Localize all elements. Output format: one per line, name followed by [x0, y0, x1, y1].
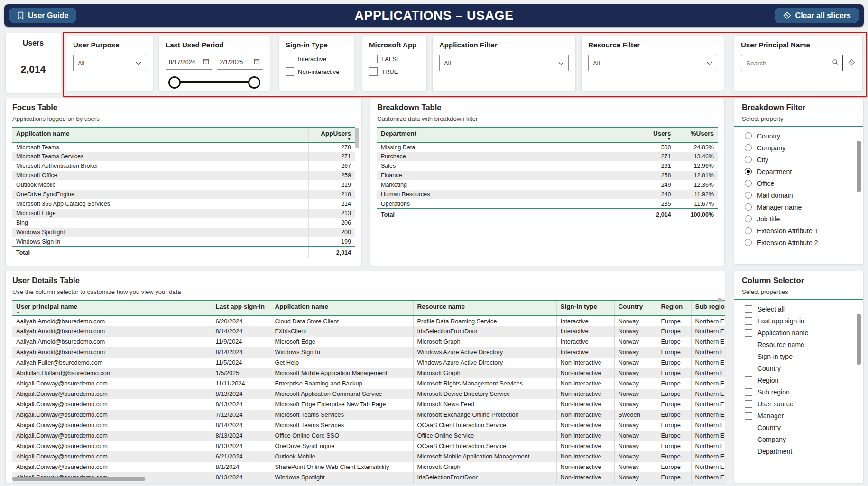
checkbox-option-manager[interactable]: Manager — [734, 410, 863, 422]
table-row[interactable]: Abigail.Conway@bsuredemo.com7/12/2024Mic… — [12, 410, 725, 420]
column-header-sub-region[interactable]: Sub regio — [691, 301, 725, 316]
application-filter-slicer: Application Filter All — [432, 36, 576, 91]
table-row[interactable]: Abigail.Conway@bsuredemo.com6/21/2024Out… — [12, 451, 725, 462]
column-header-resource-name[interactable]: Resource name — [413, 301, 556, 316]
user-details-vertical-scrollbar[interactable] — [718, 298, 722, 302]
table-row[interactable]: Operations23511.67% — [377, 199, 718, 209]
table-cell: Abigail.Conway@bsuredemo.com — [12, 451, 212, 462]
table-row[interactable]: Abigail.Conway@bsuredemo.com8/14/2024Mic… — [12, 420, 725, 431]
column-header-application-name[interactable]: Application name — [12, 128, 309, 143]
table-row[interactable]: Abigail.Conway@bsuredemo.com8/1/2024Shar… — [12, 462, 725, 472]
resource-filter-dropdown[interactable]: All — [588, 55, 717, 71]
radio-option-mail-domain[interactable]: Mail domain — [734, 189, 863, 201]
column-header-last-app-sign-in[interactable]: Last app sign-in — [212, 301, 271, 316]
table-row[interactable]: Microsoft Edge213 — [12, 209, 355, 218]
radio-option-extension-attribute-2[interactable]: Extension Attribute 2 — [734, 237, 863, 248]
table-row[interactable]: Abigail.Conway@bsuredemo.com8/13/2024Mic… — [12, 389, 725, 399]
table-row[interactable]: Microsoft Office259 — [12, 171, 355, 180]
table-row[interactable]: Microsoft Authentication Broker267 — [12, 161, 355, 171]
table-row[interactable]: Outlook Mobile219 — [12, 180, 355, 190]
checkbox-option-application-name[interactable]: Application name — [734, 327, 863, 339]
table-row[interactable]: Abdullah.Holland@bsuredemo.com1/5/2025Mi… — [12, 368, 725, 378]
radio-option-office[interactable]: Office — [734, 177, 863, 189]
column-selector-scrollbar[interactable] — [857, 314, 861, 365]
user-details-horizontal-scrollbar[interactable] — [12, 477, 145, 481]
column-header-application-name[interactable]: Application name — [271, 301, 413, 316]
checkbox-option-country[interactable]: Country — [734, 422, 863, 433]
user-purpose-dropdown[interactable]: All — [73, 55, 146, 71]
column-header-country[interactable]: Country — [614, 301, 657, 316]
focus-table-scrollbar[interactable] — [355, 128, 359, 148]
checkbox-option-sign-in-type[interactable]: Sign-in type — [734, 350, 863, 362]
table-row[interactable]: Microsoft Teams278 — [12, 142, 355, 152]
table-row[interactable]: Missing Data50024.83% — [377, 142, 718, 152]
table-row[interactable]: Sales26112.96% — [377, 161, 718, 171]
radio-option-manager-name[interactable]: Manager name — [734, 201, 863, 213]
application-filter-dropdown[interactable]: All — [439, 55, 569, 71]
microsoft-app-option-true[interactable]: TRUE — [369, 67, 420, 76]
column-header-department[interactable]: Department — [377, 128, 628, 143]
column-header-appusers[interactable]: AppUsers▼ — [309, 128, 355, 143]
upn-search-box[interactable] — [741, 55, 843, 71]
column-header-region[interactable]: Region — [657, 301, 691, 316]
table-row[interactable]: Human Resources24011.92% — [377, 190, 718, 199]
table-row[interactable]: Aaliyah.Arnold@bsuredemo.com11/9/2024Mic… — [12, 337, 725, 347]
eraser-icon[interactable] — [848, 58, 856, 68]
table-cell: Europe — [657, 378, 691, 389]
column-header-user-principal-name[interactable]: User principal name▲ — [12, 301, 212, 316]
radio-option-job-title[interactable]: Job title — [734, 213, 863, 225]
table-row[interactable]: Finance25812.81% — [377, 171, 718, 180]
table-row[interactable]: Aaliyah.Arnold@bsuredemo.com8/14/2024FXI… — [12, 326, 725, 337]
slider-handle-end[interactable] — [248, 76, 260, 89]
slider-handle-start[interactable] — [168, 76, 181, 89]
clear-all-slicers-button[interactable]: Clear all slicers — [775, 8, 859, 23]
table-row[interactable]: Microsoft Teams Services271 — [12, 152, 355, 161]
table-row[interactable]: Windows Spotlight200 — [12, 228, 355, 237]
table-cell: Non-interactive — [556, 431, 614, 441]
table-row[interactable]: Abigail.Conway@bsuredemo.com11/11/2024En… — [12, 378, 725, 389]
end-date-input[interactable]: 2/1/2025 — [217, 55, 264, 70]
checkbox-option-user-source[interactable]: User source — [734, 398, 863, 410]
table-row[interactable]: Abigail.Conway@bsuredemo.com8/13/2024One… — [12, 441, 725, 451]
table-row[interactable]: Marketing24912.36% — [377, 180, 718, 190]
radio-option-city[interactable]: City — [734, 154, 863, 165]
table-row[interactable]: Aaliyah.Arnold@bsuredemo.com8/14/2024Win… — [12, 347, 725, 358]
upn-search-input[interactable] — [745, 59, 804, 67]
breakdown-filter-scrollbar[interactable] — [857, 141, 861, 192]
table-cell: 8/14/2024 — [212, 347, 271, 358]
column-header-users[interactable]: Users▼ — [628, 128, 675, 143]
table-row[interactable]: Bing206 — [12, 218, 355, 228]
table-row[interactable]: Abigail.Conway@bsuredemo.com8/13/2024Mic… — [12, 399, 725, 410]
start-date-input[interactable]: 8/17/2024 — [166, 55, 212, 70]
calendar-icon[interactable] — [203, 58, 209, 66]
checkbox-option-department[interactable]: Department — [734, 445, 863, 457]
calendar-icon[interactable] — [254, 58, 260, 66]
option-label: User source — [757, 400, 793, 408]
microsoft-app-option-false[interactable]: FALSE — [369, 55, 420, 63]
table-row[interactable]: Windows Sign In199 — [12, 237, 355, 247]
column-header-pct-users[interactable]: %Users — [675, 128, 718, 143]
table-cell: Abigail.Conway@bsuredemo.com — [12, 399, 212, 410]
sign-in-type-option-non-interactive[interactable]: Non-interactive — [286, 67, 347, 76]
checkbox-option-region[interactable]: Region — [734, 374, 863, 386]
checkbox-option-select-all[interactable]: Select all — [734, 303, 863, 315]
column-header-sign-in-type[interactable]: Sign-in type — [556, 301, 614, 316]
checkbox-option-company[interactable]: Company — [734, 433, 863, 445]
user-guide-button[interactable]: User Guide — [9, 8, 76, 23]
slider-track[interactable] — [177, 81, 252, 83]
table-row[interactable]: Purchace27113.46% — [377, 152, 718, 161]
radio-option-company[interactable]: Company — [734, 142, 863, 154]
table-row[interactable]: Aaliyah.Fuller@bsuredemo.com11/5/2024Get… — [12, 358, 725, 368]
radio-option-department[interactable]: Department — [734, 165, 863, 177]
table-row[interactable]: Microsoft 365 App Catalog Services214 — [12, 199, 355, 209]
checkbox-option-country[interactable]: Country — [734, 362, 863, 374]
checkbox-option-sub-region[interactable]: Sub region — [734, 386, 863, 398]
checkbox-option-last-app-sign-in[interactable]: Last app sign-in — [734, 315, 863, 327]
table-row[interactable]: Abigail.Conway@bsuredemo.com8/13/2024Off… — [12, 431, 725, 441]
checkbox-option-resource-name[interactable]: Resource name — [734, 339, 863, 350]
table-row[interactable]: OneDrive SyncEngine218 — [12, 190, 355, 199]
radio-option-country[interactable]: Country — [734, 130, 863, 142]
table-row[interactable]: Aaliyah.Arnold@bsuredemo.com6/20/2024Clo… — [12, 316, 725, 326]
sign-in-type-option-interactive[interactable]: Interactive — [286, 55, 347, 63]
radio-option-extension-attribute-1[interactable]: Extension Attribute 1 — [734, 225, 863, 237]
